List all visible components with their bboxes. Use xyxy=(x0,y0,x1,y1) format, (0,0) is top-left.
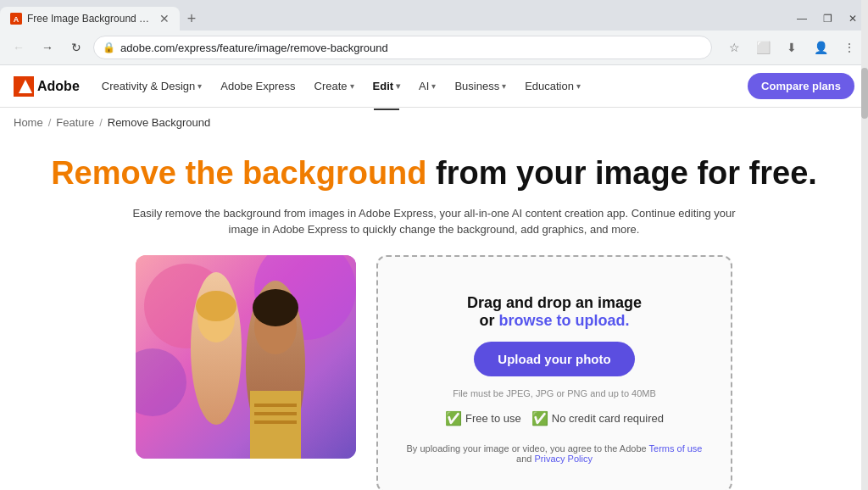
hero-title-highlight: Remove the background xyxy=(51,155,426,191)
menu-icon[interactable]: ⋮ xyxy=(837,36,861,59)
svg-point-13 xyxy=(253,289,298,326)
breadcrumb-home[interactable]: Home xyxy=(14,116,43,129)
svg-rect-14 xyxy=(250,391,301,459)
svg-rect-15 xyxy=(254,404,297,407)
scrollbar[interactable] xyxy=(861,0,868,490)
maximize-button[interactable]: ❐ xyxy=(815,7,839,31)
upload-drop-zone[interactable]: Drag and drop an image or browse to uplo… xyxy=(376,255,732,490)
profile-icon[interactable]: 👤 xyxy=(809,36,832,59)
nav-item-ai[interactable]: AI ▾ xyxy=(410,73,444,99)
nav-education-arrow: ▾ xyxy=(576,81,581,91)
scrollbar-thumb[interactable] xyxy=(861,68,868,119)
drag-text: Drag and drop an image xyxy=(467,294,642,312)
adobe-logo[interactable]: Adobe xyxy=(14,76,80,97)
adobe-logo-text: Adobe xyxy=(37,79,80,94)
url-text: adobe.com/express/feature/image/remove-b… xyxy=(120,42,703,54)
svg-rect-16 xyxy=(254,412,297,415)
nav-item-create-label: Create xyxy=(314,80,348,92)
nav-item-education[interactable]: Education ▾ xyxy=(516,73,589,99)
free-to-use-badge: ✅ Free to use xyxy=(445,410,521,426)
nav-ai-arrow: ▾ xyxy=(431,81,436,91)
svg-text:A: A xyxy=(14,15,19,24)
address-bar[interactable]: 🔒 adobe.com/express/feature/image/remove… xyxy=(93,36,712,59)
nav-item-business-label: Business xyxy=(454,80,499,92)
tab-title: Free Image Background Remo... xyxy=(27,13,154,25)
nav-items: Creativity & Design ▾ Adobe Express Crea… xyxy=(93,73,748,99)
tab-bar: A Free Image Background Remo... ✕ + — ❐ … xyxy=(0,0,868,31)
browser-tab[interactable]: A Free Image Background Remo... ✕ xyxy=(0,7,180,31)
download-icon[interactable]: ⬇ xyxy=(780,36,804,59)
svg-rect-17 xyxy=(254,420,297,424)
check-icon-1: ✅ xyxy=(445,410,462,426)
extensions-icon[interactable]: ⬜ xyxy=(751,36,775,59)
lock-icon: 🔒 xyxy=(103,42,115,53)
compare-plans-button[interactable]: Compare plans xyxy=(748,73,854,99)
main-photo xyxy=(136,255,356,459)
no-credit-card-badge: ✅ No credit card required xyxy=(531,410,664,426)
bookmark-icon[interactable]: ☆ xyxy=(722,36,746,59)
check-icon-2: ✅ xyxy=(531,410,548,426)
nav-create-arrow: ▾ xyxy=(350,81,354,91)
nav-business-arrow: ▾ xyxy=(502,81,506,91)
nav-item-education-label: Education xyxy=(525,80,574,92)
back-button[interactable]: ← xyxy=(7,36,31,59)
or-browse-text: or browse to upload. xyxy=(467,312,642,330)
nav-item-edit[interactable]: Edit ▾ xyxy=(364,73,409,99)
nav-item-express-label: Adobe Express xyxy=(220,80,295,92)
browser-controls: ← → ↻ 🔒 adobe.com/express/feature/image/… xyxy=(0,31,868,64)
breadcrumb: Home / Feature / Remove Background xyxy=(0,108,868,137)
browse-link[interactable]: browse to upload. xyxy=(498,312,629,329)
tos-and: and xyxy=(516,454,531,464)
nav-creativity-arrow: ▾ xyxy=(198,81,202,91)
file-size-note: File must be JPEG, JPG or PNG and up to … xyxy=(453,388,656,398)
browser-chrome: A Free Image Background Remo... ✕ + — ❐ … xyxy=(0,0,868,65)
main-section: 👆 Drag and drop an image or browse to up… xyxy=(14,255,854,490)
upload-photo-button[interactable]: Upload your photo xyxy=(474,342,634,376)
nav-item-create[interactable]: Create ▾ xyxy=(306,73,363,99)
free-to-use-text: Free to use xyxy=(465,412,521,425)
breadcrumb-sep-1: / xyxy=(48,116,52,129)
or-text: or xyxy=(479,312,498,329)
nav-edit-arrow: ▾ xyxy=(396,81,400,91)
page-title: Remove the background from your image fo… xyxy=(14,154,854,193)
nav-item-business[interactable]: Business ▾ xyxy=(446,73,515,99)
nav-item-express[interactable]: Adobe Express xyxy=(212,73,303,99)
svg-point-10 xyxy=(196,291,236,321)
browser-right-icons: ☆ ⬜ ⬇ 👤 ⋮ xyxy=(722,36,861,59)
new-tab-button[interactable]: + xyxy=(180,7,203,31)
nav-item-creativity[interactable]: Creativity & Design ▾ xyxy=(93,73,211,99)
tab-favicon: A xyxy=(10,13,22,25)
hero-subtitle: Easily remove the background from images… xyxy=(116,205,752,238)
adobe-logo-icon xyxy=(14,76,34,97)
terms-of-use-link[interactable]: Terms of use xyxy=(649,443,703,454)
no-credit-card-text: No credit card required xyxy=(552,412,664,425)
nav-item-edit-label: Edit xyxy=(373,80,394,92)
forward-button[interactable]: → xyxy=(36,36,59,59)
breadcrumb-sep-2: / xyxy=(99,116,103,129)
navbar: Adobe Creativity & Design ▾ Adobe Expres… xyxy=(0,65,868,108)
privacy-policy-link[interactable]: Privacy Policy xyxy=(534,454,592,464)
nav-item-ai-label: AI xyxy=(419,80,429,92)
breadcrumb-current: Remove Background xyxy=(108,116,210,129)
nav-item-creativity-label: Creativity & Design xyxy=(102,80,196,92)
main-content: Remove the background from your image fo… xyxy=(0,137,868,490)
page-content: Adobe Creativity & Design ▾ Adobe Expres… xyxy=(0,65,868,490)
drag-drop-text: Drag and drop an image or browse to uplo… xyxy=(467,294,642,330)
image-preview-area: 👆 xyxy=(136,255,356,490)
upload-badges: ✅ Free to use ✅ No credit card required xyxy=(445,410,664,426)
refresh-button[interactable]: ↻ xyxy=(64,36,88,59)
terms-of-service-text: By uploading your image or video, you ag… xyxy=(398,443,710,464)
tab-close-button[interactable]: ✕ xyxy=(159,12,170,25)
minimize-button[interactable]: — xyxy=(790,7,814,31)
breadcrumb-feature[interactable]: Feature xyxy=(56,116,94,129)
hero-title-rest: from your image for free. xyxy=(427,155,817,191)
